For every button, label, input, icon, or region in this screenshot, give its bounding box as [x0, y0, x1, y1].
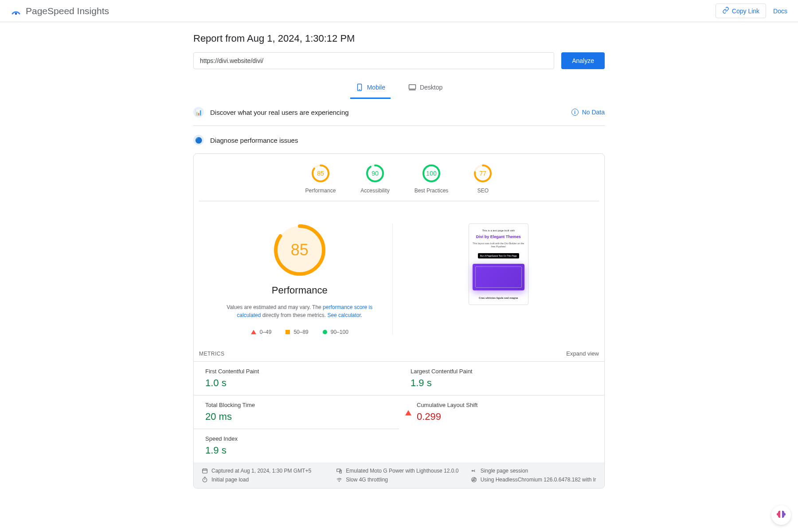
triangle-red-icon [251, 330, 256, 334]
psi-logo-icon [11, 6, 21, 16]
gauge-seo[interactable]: 77 SEO [473, 164, 493, 194]
metrics-header: METRICS Expand view [194, 344, 604, 361]
gauges-row: 85 Performance 90 Accessibility 100 Best… [199, 154, 599, 201]
performance-main: 85 Performance Values are estimated and … [194, 201, 604, 344]
svg-rect-3 [409, 85, 415, 89]
gauge-best-practices[interactable]: 100 Best Practices [415, 164, 449, 194]
mobile-icon [356, 83, 364, 91]
url-input[interactable] [193, 52, 554, 69]
svg-point-21 [472, 470, 473, 471]
gauge-score: 90 [372, 170, 379, 177]
environment-footer: Captured at Aug 1, 2024, 1:30 PM GMT+5 E… [194, 462, 604, 488]
report-title: Report from Aug 1, 2024, 1:30:12 PM [193, 33, 605, 44]
expand-view-link[interactable]: Expand view [566, 350, 599, 357]
env-emulated: Emulated Moto G Power with Lighthouse 12… [336, 468, 462, 474]
metrics-grid: First Contentful Paint 1.0 s Largest Con… [194, 361, 604, 462]
diagnose-icon: 🔵 [193, 135, 204, 145]
report-card: 85 Performance 90 Accessibility 100 Best… [193, 153, 605, 489]
gauge-label: Best Practices [415, 188, 449, 194]
env-throttle: Slow 4G throttling [336, 477, 462, 483]
app-header: PageSpeed Insights Copy Link Docs [0, 0, 798, 22]
tab-desktop-label: Desktop [420, 84, 442, 91]
docs-link[interactable]: Docs [773, 8, 787, 15]
device-icon [336, 468, 342, 474]
gauge-accessibility[interactable]: 90 Accessibility [360, 164, 389, 194]
tab-mobile-label: Mobile [367, 84, 385, 91]
no-data-label: No Data [582, 109, 605, 116]
env-captured: Captured at Aug 1, 2024, 1:30 PM GMT+5 [202, 468, 327, 474]
triangle-red-icon [405, 403, 411, 415]
main-content: Report from Aug 1, 2024, 1:30:12 PM Anal… [186, 22, 612, 515]
discover-icon: 📊 [193, 107, 204, 117]
performance-score: 85 [291, 241, 309, 259]
page-screenshot: This is a test page built with Divi by E… [469, 223, 528, 305]
performance-heading: Performance [272, 285, 328, 296]
gauge-label: Accessibility [360, 188, 389, 194]
metric-value: 1.9 s [411, 377, 598, 389]
metric-name: Largest Contentful Paint [411, 368, 598, 375]
tab-desktop[interactable]: Desktop [403, 79, 448, 99]
see-calculator-link[interactable]: See calculator [327, 312, 360, 318]
metric-name: Total Blocking Time [205, 402, 393, 408]
diagnose-title: Diagnose performance issues [210, 137, 298, 144]
env-browser: Using HeadlessChromium 126.0.6478.182 wi… [471, 477, 596, 483]
performance-desc: Values are estimated and may vary. The p… [215, 303, 384, 319]
calendar-icon [202, 468, 208, 474]
gauge-score: 100 [426, 170, 436, 177]
help-float-button[interactable] [771, 505, 791, 515]
header-left: PageSpeed Insights [11, 6, 109, 16]
legend-red: 0–49 [251, 329, 272, 335]
gauge-score: 77 [480, 170, 487, 177]
circle-green-icon [323, 330, 327, 334]
no-data[interactable]: i No Data [571, 109, 605, 116]
svg-point-0 [15, 12, 17, 14]
brain-icon [776, 509, 786, 516]
copy-link-label: Copy Link [732, 8, 759, 15]
svg-rect-15 [203, 469, 207, 473]
discover-section: 📊 Discover what your real users are expe… [193, 99, 605, 126]
env-session: Single page session [471, 468, 596, 474]
discover-title: Discover what your real users are experi… [210, 109, 349, 116]
gauge-label: SEO [477, 188, 489, 194]
wifi-icon [336, 477, 342, 483]
chrome-icon [471, 477, 477, 483]
env-load: Initial page load [202, 477, 327, 483]
app-title: PageSpeed Insights [26, 6, 109, 16]
metric-speed-index: Speed Index 1.9 s [194, 429, 399, 462]
legend-green: 90–100 [323, 329, 348, 335]
metric-total-blocking-time: Total Blocking Time 20 ms [194, 395, 399, 429]
metric-name: Speed Index [205, 435, 393, 442]
diagnose-section: 🔵 Diagnose performance issues [193, 126, 605, 153]
metric-name: First Contentful Paint [205, 368, 393, 375]
metric-cumulative-layout-shift: Cumulative Layout Shift 0.299 [399, 395, 604, 429]
desktop-icon [408, 83, 416, 91]
square-orange-icon [286, 330, 290, 334]
metric-value: 20 ms [205, 411, 393, 422]
metric-value: 0.299 [417, 411, 598, 422]
tab-mobile[interactable]: Mobile [350, 79, 391, 99]
copy-link-button[interactable]: Copy Link [716, 4, 766, 18]
link-icon [722, 7, 729, 15]
legend-row: 0–49 50–89 90–100 [251, 329, 348, 335]
timer-icon [202, 477, 208, 483]
metric-largest-contentful-paint: Largest Contentful Paint 1.9 s [399, 361, 604, 395]
analyze-button[interactable]: Analyze [561, 52, 605, 69]
gauge-label: Performance [305, 188, 336, 194]
session-icon [471, 468, 477, 474]
metric-value: 1.9 s [205, 445, 393, 456]
header-right: Copy Link Docs [716, 4, 787, 18]
gauge-score: 85 [317, 170, 324, 177]
performance-gauge: 85 [273, 223, 326, 277]
url-row: Analyze [193, 52, 605, 69]
performance-right: This is a test page built with Divi by E… [406, 223, 591, 335]
legend-orange: 50–89 [286, 329, 308, 335]
screenshot-hero-icon [473, 264, 524, 290]
svg-point-25 [339, 481, 340, 481]
metrics-title: METRICS [199, 351, 225, 357]
info-icon: i [571, 109, 579, 116]
metric-value: 1.0 s [205, 377, 393, 389]
gauge-performance[interactable]: 85 Performance [305, 164, 336, 194]
metric-name: Cumulative Layout Shift [417, 402, 598, 408]
metric-first-contentful-paint: First Contentful Paint 1.0 s [194, 361, 399, 395]
device-tabs: Mobile Desktop [193, 79, 605, 99]
